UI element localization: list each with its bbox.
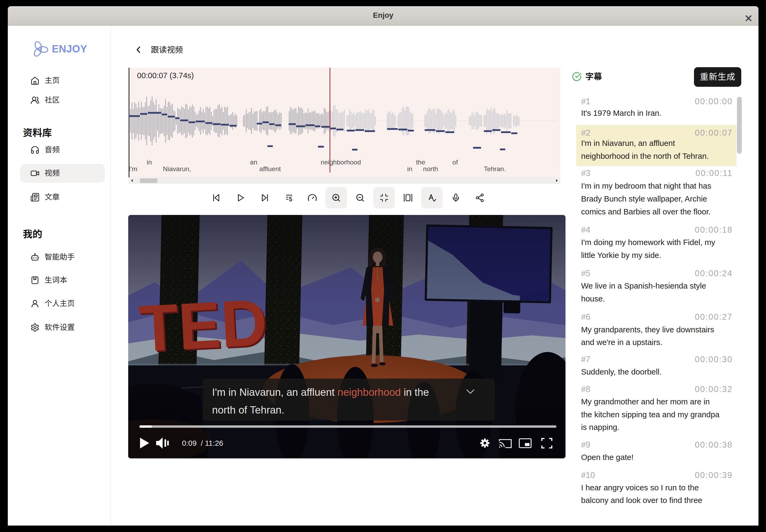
svg-text:I'm in Niavarun, an affluent n: I'm in Niavarun, an affluent neighborhoo…	[212, 386, 429, 398]
svg-text:0:09 / 11:26: 0:09 / 11:26	[182, 439, 223, 447]
svg-text:north of Tehran.: north of Tehran.	[212, 404, 284, 416]
